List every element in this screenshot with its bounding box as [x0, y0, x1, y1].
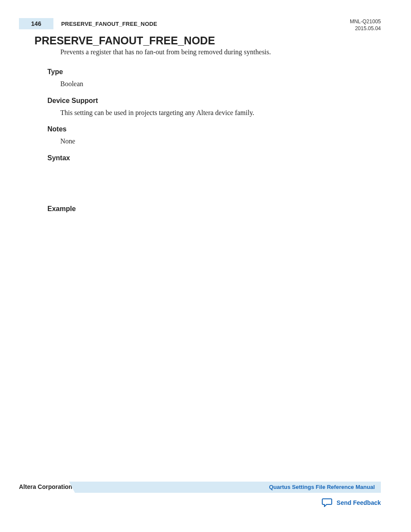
section-body-device-support: This setting can be used in projects tar…: [60, 108, 381, 118]
section-heading-notes: Notes: [47, 125, 381, 133]
footer-company: Altera Corporation: [19, 483, 72, 490]
running-header-title: PRESERVE_FANOUT_FREE_NODE: [61, 21, 157, 27]
page-title: PRESERVE_FANOUT_FREE_NODE: [34, 34, 215, 47]
section-body-notes: None: [60, 137, 381, 146]
send-feedback-label: Send Feedback: [336, 499, 381, 506]
description-text: Prevents a register that has no fan-out …: [60, 47, 381, 57]
speech-bubble-icon: [322, 498, 333, 507]
doc-date: 2015.05.04: [350, 25, 381, 32]
manual-link[interactable]: Quartus Settings File Reference Manual: [75, 482, 381, 493]
send-feedback-link[interactable]: Send Feedback: [322, 498, 381, 507]
section-body-type: Boolean: [60, 79, 381, 89]
page-number: 146: [19, 18, 53, 29]
section-heading-example: Example: [47, 205, 381, 213]
section-heading-syntax: Syntax: [47, 154, 381, 162]
doc-id: MNL-Q21005: [350, 18, 381, 25]
section-heading-type: Type: [47, 68, 381, 76]
section-heading-device-support: Device Support: [47, 97, 381, 105]
